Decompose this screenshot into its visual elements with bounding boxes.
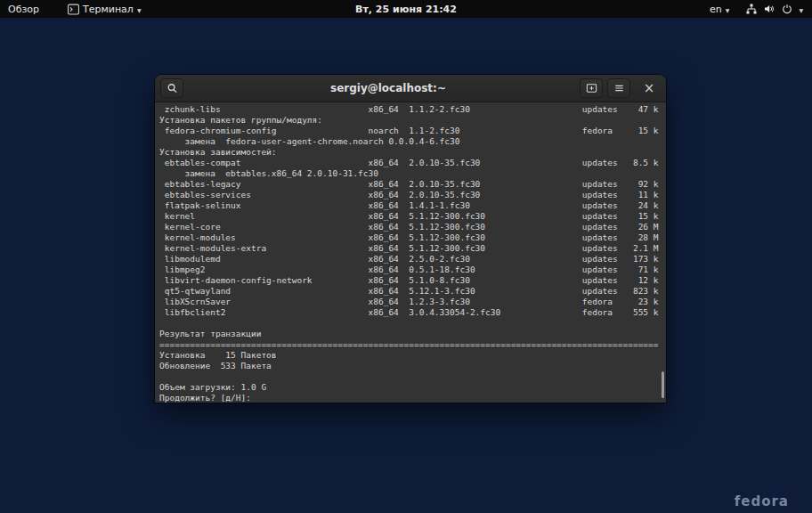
network-icon: [745, 4, 757, 15]
fedora-wordmark: fedora: [735, 493, 789, 509]
volume-icon: [763, 4, 775, 15]
keyboard-layout-button[interactable]: en ▼: [702, 0, 737, 18]
scrollbar-thumb[interactable]: [662, 371, 664, 398]
terminal-output[interactable]: zchunk-libs x86_64 1.1.2-2.fc30 updates …: [155, 102, 666, 403]
chevron-down-icon: ▼: [137, 7, 142, 13]
top-bar: Обзор Терминал ▼ Вт, 25 июня 21:42 en ▼ …: [0, 0, 812, 18]
power-icon: [781, 4, 792, 15]
new-tab-button[interactable]: [580, 78, 603, 98]
hamburger-icon: [613, 83, 625, 94]
search-button[interactable]: [160, 78, 183, 98]
close-button[interactable]: ×: [637, 78, 661, 98]
search-icon: [166, 83, 178, 94]
activities-button[interactable]: Обзор: [0, 0, 47, 18]
terminal-icon: [68, 4, 79, 15]
app-menu-label: Терминал: [83, 4, 134, 15]
terminal-screen[interactable]: zchunk-libs x86_64 1.1.2-2.fc30 updates …: [155, 102, 666, 403]
app-menu-terminal[interactable]: Терминал ▼: [60, 0, 150, 18]
terminal-window: sergiy@localhost:~ × zchunk-libs x86_64 …: [155, 75, 666, 403]
keyboard-layout-label: en: [710, 4, 722, 15]
new-tab-icon: [586, 83, 597, 94]
clock[interactable]: Вт, 25 июня 21:42: [355, 4, 457, 15]
window-title: sergiy@localhost:~: [208, 82, 568, 94]
system-menu-button[interactable]: ▼: [737, 0, 812, 18]
terminal-headerbar[interactable]: sergiy@localhost:~ ×: [155, 75, 666, 102]
chevron-down-icon: ▼: [799, 7, 803, 13]
chevron-down-icon: ▼: [726, 7, 730, 13]
menu-button[interactable]: [607, 78, 630, 98]
